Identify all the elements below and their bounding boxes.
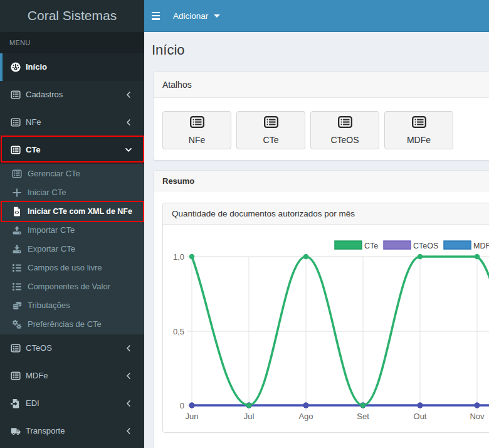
svg-text:0,5: 0,5 (173, 327, 184, 336)
svg-text:Jul: Jul (244, 412, 255, 421)
svg-text:MDFe: MDFe (473, 242, 489, 250)
svg-text:CTe: CTe (364, 242, 378, 250)
svg-text:Jun: Jun (186, 412, 199, 421)
svg-text:Out: Out (414, 412, 427, 421)
svg-text:CTeOS: CTeOS (413, 242, 438, 250)
svg-text:Set: Set (357, 412, 369, 421)
svg-text:Nov: Nov (470, 412, 485, 421)
svg-text:1,0: 1,0 (173, 252, 184, 262)
svg-text:Ago: Ago (298, 412, 313, 421)
svg-text:0: 0 (180, 401, 184, 410)
